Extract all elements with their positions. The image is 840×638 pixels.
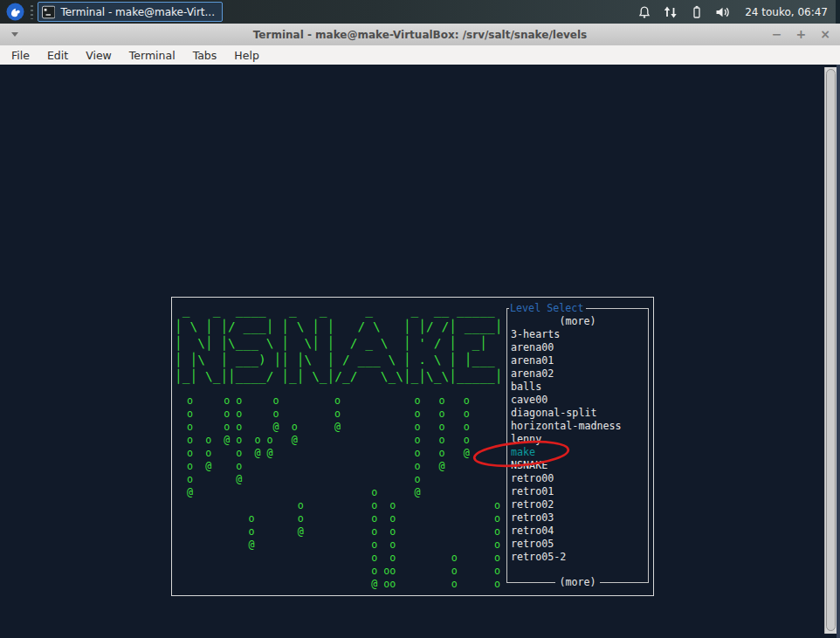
maximize-button[interactable]: + bbox=[796, 24, 807, 45]
level-select-title: Level Select bbox=[509, 302, 586, 315]
menubar-item[interactable]: File bbox=[3, 49, 38, 62]
desktop-screen: Terminal - make@make-Virt... bbox=[0, 0, 840, 638]
snake-ascii-art: o o o o o o o o o o o o o o o o o o o @ … bbox=[175, 394, 500, 591]
level-item[interactable]: arena02 bbox=[511, 367, 646, 381]
network-arrows-icon[interactable] bbox=[663, 5, 678, 19]
xubuntu-logo-icon bbox=[6, 3, 24, 21]
level-item[interactable]: retro05-2 bbox=[511, 551, 646, 564]
menubar-item[interactable]: Edit bbox=[38, 49, 77, 62]
menubar: File Edit View Terminal Tabs Help bbox=[0, 45, 840, 65]
level-item[interactable]: horizontal-madness bbox=[511, 420, 646, 433]
system-tray: 24 touko, 06:47 bbox=[637, 5, 828, 19]
level-item[interactable]: balls bbox=[511, 381, 646, 394]
terminal-viewport[interactable]: _ _ ____ _ _ _ _ __ _____ │ \ │ │/ ___│ … bbox=[0, 65, 840, 638]
level-item[interactable]: NSNAKE bbox=[511, 459, 646, 472]
battery-icon[interactable] bbox=[690, 5, 704, 19]
volume-icon[interactable] bbox=[715, 5, 731, 19]
close-button[interactable]: × bbox=[820, 24, 830, 45]
window-title: Terminal - make@make-VirtualBox: /srv/sa… bbox=[87, 29, 753, 41]
level-item[interactable]: arena01 bbox=[511, 354, 646, 367]
level-item[interactable]: 3-hearts bbox=[511, 328, 646, 341]
taskbar-button-label: Terminal - make@make-Virt... bbox=[60, 6, 215, 18]
clock[interactable]: 24 touko, 06:47 bbox=[745, 6, 828, 18]
level-item[interactable]: retro03 bbox=[511, 511, 646, 525]
nsnake-ascii-logo: _ _ ____ _ _ _ _ __ _____ │ \ │ │/ ___│ … bbox=[175, 302, 502, 385]
more-indicator-bottom: (more) bbox=[507, 576, 648, 589]
level-list: 3-hearts arena00 arena01 arena02 balls c… bbox=[511, 328, 646, 564]
level-item[interactable]: make bbox=[511, 446, 646, 459]
level-item[interactable]: retro05 bbox=[511, 538, 646, 551]
level-item[interactable]: diagonal-split bbox=[511, 407, 646, 420]
minimize-button[interactable]: − bbox=[772, 24, 782, 45]
top-panel: Terminal - make@make-Virt... bbox=[0, 0, 840, 24]
level-item[interactable]: retro01 bbox=[511, 485, 646, 498]
level-item[interactable]: retro04 bbox=[511, 525, 646, 538]
window-titlebar: Terminal - make@make-VirtualBox: /srv/sa… bbox=[0, 24, 840, 46]
terminal-scrollbar[interactable] bbox=[824, 67, 837, 634]
scrollbar-thumb[interactable] bbox=[826, 69, 836, 631]
menubar-item[interactable]: Terminal bbox=[120, 49, 184, 62]
level-item[interactable]: lenny bbox=[511, 433, 646, 446]
terminal-icon bbox=[42, 5, 55, 19]
window-right-edge bbox=[837, 65, 840, 638]
level-item[interactable]: retro02 bbox=[511, 498, 646, 511]
level-item[interactable]: retro00 bbox=[511, 472, 646, 485]
window-controls: − + × bbox=[772, 24, 830, 45]
more-indicator-top: (more) bbox=[507, 315, 648, 328]
level-item[interactable]: arena00 bbox=[511, 341, 646, 354]
menubar-item[interactable]: Help bbox=[225, 49, 268, 62]
bell-icon[interactable] bbox=[637, 5, 651, 19]
panel-edge bbox=[836, 0, 840, 24]
taskbar-window-button[interactable]: Terminal - make@make-Virt... bbox=[38, 2, 223, 22]
panel-separator bbox=[31, 5, 33, 19]
menubar-item[interactable]: Tabs bbox=[184, 49, 226, 62]
level-item[interactable]: cave00 bbox=[511, 394, 646, 407]
menubar-item[interactable]: View bbox=[77, 49, 120, 62]
level-select-box: Level Select (more) 3-hearts arena00 are… bbox=[506, 308, 649, 583]
window-menu-arrow-icon[interactable] bbox=[11, 32, 18, 40]
applications-menu-button[interactable] bbox=[6, 3, 24, 21]
